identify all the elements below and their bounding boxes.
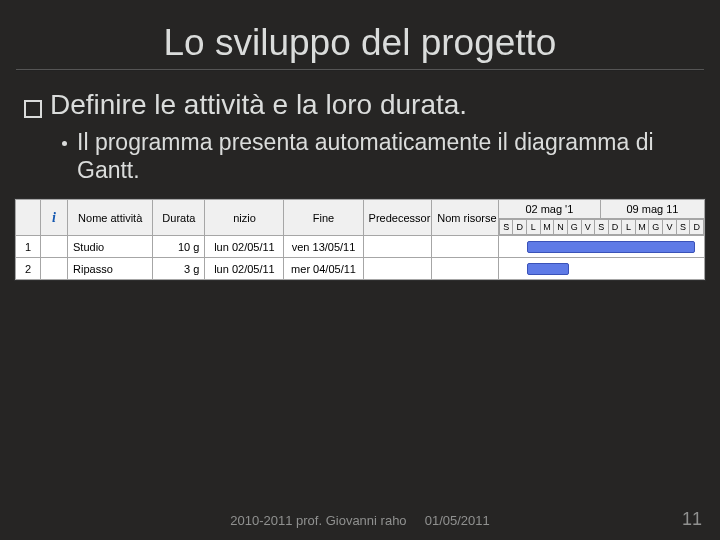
sub-bullet-text: Il programma presenta automaticamente il… <box>77 129 696 184</box>
square-bullet-icon <box>24 100 42 118</box>
day-header: D <box>513 220 527 235</box>
day-header: D <box>690 220 704 235</box>
week-2: 09 mag 11 <box>600 200 704 219</box>
gantt-table: i Nome attività Durata nizio Fine Predec… <box>15 199 705 280</box>
day-header: G <box>649 220 663 235</box>
col-pred: Predecessor <box>363 200 432 236</box>
col-end: Fine <box>284 200 363 236</box>
cell-start: lun 02/05/11 <box>205 258 284 280</box>
cell-start: lun 02/05/11 <box>205 236 284 258</box>
day-header: V <box>581 220 595 235</box>
bullet-text: Definire le attività e la loro durata. <box>50 89 467 121</box>
sub-bullet-item: Il programma presenta automaticamente il… <box>62 129 696 184</box>
page-number: 11 <box>682 509 702 530</box>
cell-dur: 10 g <box>153 236 205 258</box>
gantt-bar-cell <box>498 258 704 280</box>
day-header: G <box>567 220 581 235</box>
footer-author: 2010-2011 prof. Giovanni raho <box>230 513 406 528</box>
gantt-bar <box>527 241 695 253</box>
gantt-bar <box>527 263 569 275</box>
col-name: Nome attività <box>68 200 153 236</box>
cell-pred <box>363 258 432 280</box>
day-header: M <box>635 220 649 235</box>
day-header: L <box>622 220 636 235</box>
day-header: S <box>595 220 609 235</box>
day-header: M <box>540 220 554 235</box>
row-num: 2 <box>16 258 41 280</box>
cell-dur: 3 g <box>153 258 205 280</box>
cell-res <box>432 236 499 258</box>
cell-end: ven 13/05/11 <box>284 236 363 258</box>
cell-name: Studio <box>68 236 153 258</box>
day-header: S <box>499 220 513 235</box>
table-row: 2 Ripasso 3 g lun 02/05/11 mer 04/05/11 <box>16 258 705 280</box>
day-header: L <box>527 220 541 235</box>
cell-end: mer 04/05/11 <box>284 258 363 280</box>
cell-res <box>432 258 499 280</box>
content-area: Definire le attività e la loro durata. I… <box>0 71 720 184</box>
day-header: V <box>663 220 677 235</box>
day-header: D <box>608 220 622 235</box>
day-header: S <box>676 220 690 235</box>
cell-pred <box>363 236 432 258</box>
col-res: Nom risorse <box>432 200 499 236</box>
gantt-screenshot: i Nome attività Durata nizio Fine Predec… <box>14 198 706 281</box>
row-num: 1 <box>16 236 41 258</box>
week-1: 02 mag '1 <box>498 200 600 219</box>
col-start: nizio <box>205 200 284 236</box>
header-row-1: i Nome attività Durata nizio Fine Predec… <box>16 200 705 219</box>
footer-date: 01/05/2011 <box>425 513 490 528</box>
dot-bullet-icon <box>62 141 67 146</box>
bullet-item: Definire le attività e la loro durata. <box>24 89 696 121</box>
day-header: N <box>554 220 568 235</box>
footer: 2010-2011 prof. Giovanni raho 01/05/2011 <box>0 513 720 528</box>
cell-name: Ripasso <box>68 258 153 280</box>
col-duration: Durata <box>153 200 205 236</box>
slide-title: Lo sviluppo del progetto <box>0 0 720 64</box>
table-row: 1 Studio 10 g lun 02/05/11 ven 13/05/11 <box>16 236 705 258</box>
info-icon: i <box>52 210 56 225</box>
gantt-bar-cell <box>498 236 704 258</box>
